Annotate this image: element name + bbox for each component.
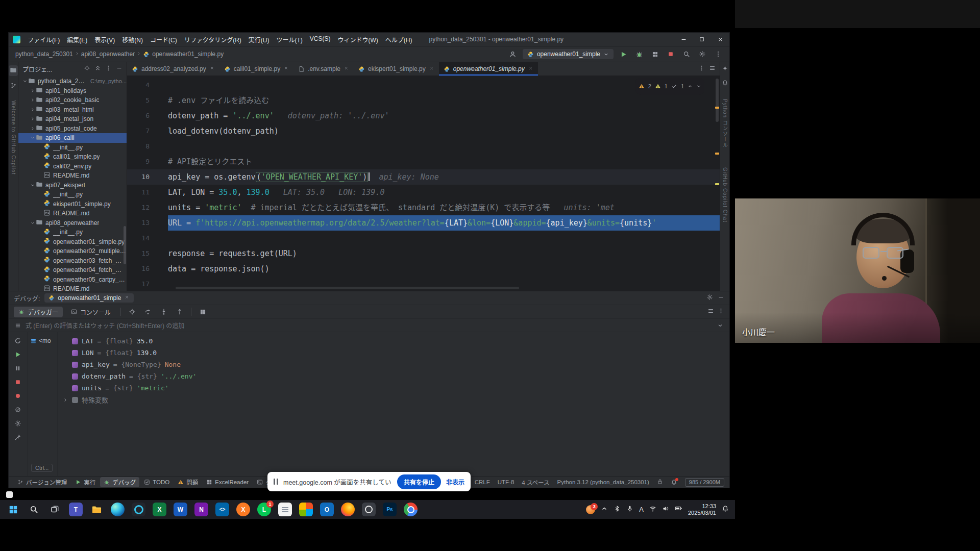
- taskbar-edge-icon[interactable]: [111, 503, 125, 516]
- tree-item[interactable]: README.md: [18, 171, 127, 181]
- taskbar-clock[interactable]: 12:332025/03/01: [688, 503, 716, 516]
- code-line-content[interactable]: response = requests.get(URL): [168, 246, 720, 261]
- inspections-widget[interactable]: 211: [635, 78, 704, 95]
- close-sm-icon[interactable]: [528, 65, 533, 71]
- editor-vscrollbar[interactable]: [716, 79, 719, 122]
- tab-close-icon[interactable]: [429, 65, 434, 72]
- variable-row[interactable]: units = {str} 'metric': [62, 382, 729, 394]
- tree-item[interactable]: openweather04_fetch_multi: [18, 265, 127, 275]
- line-number[interactable]: 13: [127, 215, 168, 231]
- code-line-content[interactable]: [168, 139, 720, 154]
- line-number[interactable]: 11: [127, 185, 168, 200]
- variable-row[interactable]: LAT = {float} 35.0: [62, 335, 729, 347]
- gear-icon[interactable]: [706, 294, 713, 300]
- line-number[interactable]: 4: [127, 78, 168, 93]
- taskbar-app-ring-icon[interactable]: [132, 503, 145, 516]
- code-line-content[interactable]: api_key = os.getenv('OPEN_WEATHER_API_KE…: [168, 169, 720, 185]
- taskbar-notifications-button[interactable]: [722, 505, 729, 514]
- taskbar-outlook-icon[interactable]: O: [320, 503, 334, 516]
- more-v-icon[interactable]: [718, 308, 724, 314]
- tree-item[interactable]: __init__.py: [18, 143, 127, 153]
- bluetooth-icon[interactable]: [614, 505, 621, 512]
- wifi-icon[interactable]: [649, 505, 656, 512]
- check-icon[interactable]: [671, 83, 677, 89]
- run-button[interactable]: [617, 48, 629, 60]
- pause-share-icon[interactable]: [274, 479, 278, 485]
- debug-layout-button[interactable]: [197, 306, 209, 318]
- statusbar-item[interactable]: 実行: [71, 477, 99, 487]
- debug-more-button[interactable]: [718, 308, 724, 316]
- taskbar-start-icon[interactable]: [6, 503, 20, 516]
- line-number[interactable]: 12: [127, 200, 168, 215]
- bug-icon[interactable]: [635, 51, 643, 58]
- chevron-down-icon[interactable]: [696, 84, 701, 89]
- debug-locate-button[interactable]: [126, 306, 138, 318]
- line-number[interactable]: 5: [127, 93, 168, 108]
- code-line-content[interactable]: URL = f'https://api.openweathermap.org/d…: [168, 215, 720, 231]
- line-number[interactable]: 6: [127, 108, 168, 123]
- right-stripe-label[interactable]: Python コンソール: [721, 99, 729, 148]
- tree-item[interactable]: api08_openweather: [18, 218, 127, 228]
- tree-item[interactable]: openweather02_multiple.py: [18, 246, 127, 256]
- file-encoding[interactable]: UTF-8: [498, 479, 514, 485]
- locate-icon[interactable]: [84, 65, 90, 71]
- line-number[interactable]: 16: [127, 261, 168, 277]
- locate-icon[interactable]: [129, 308, 136, 315]
- breadcrumb-item[interactable]: api08_openweather: [80, 49, 136, 59]
- debugger-pause-button[interactable]: [14, 365, 21, 373]
- statusbar-item[interactable]: デバッグ: [100, 477, 139, 487]
- indent-setting[interactable]: 4 スペース: [522, 478, 549, 486]
- taskbar-firefox-icon[interactable]: [341, 503, 355, 516]
- rerun-icon[interactable]: [14, 337, 21, 344]
- bell-w-icon[interactable]: [722, 505, 729, 512]
- debug-button[interactable]: [633, 48, 645, 60]
- hamburger-icon[interactable]: [15, 322, 21, 329]
- tray-expand-button[interactable]: [601, 505, 608, 514]
- tree-item[interactable]: api04_metal_json: [18, 114, 127, 124]
- line-separator[interactable]: CRLF: [475, 479, 490, 485]
- taskbar-chrome-icon[interactable]: [404, 503, 418, 516]
- right-stripe-label[interactable]: GitHub Copilot Chat: [722, 167, 728, 222]
- tree-chevron-icon[interactable]: [29, 220, 36, 226]
- warn-orange-icon[interactable]: [639, 83, 645, 89]
- debug-view-tab[interactable]: コンソール: [66, 307, 115, 317]
- notifications-tool-button[interactable]: [722, 80, 728, 88]
- debug-step-over-button[interactable]: [142, 306, 154, 318]
- code-line[interactable]: 11LAT, LON = 35.0, 139.0 LAT: 35.0 LON: …: [127, 185, 720, 200]
- stop-button[interactable]: [665, 48, 677, 60]
- taskbar-task-view-icon[interactable]: [48, 503, 62, 516]
- gear-icon[interactable]: [14, 420, 21, 427]
- min-icon[interactable]: [680, 36, 687, 43]
- tree-item[interactable]: api05_postal_code: [18, 124, 127, 134]
- code-line[interactable]: 16data = response.json(): [127, 261, 720, 277]
- battery-icon[interactable]: [675, 505, 682, 514]
- person-icon[interactable]: [509, 51, 517, 58]
- pause-icon[interactable]: [14, 365, 21, 372]
- hamburger-icon[interactable]: [709, 65, 716, 71]
- grid-icon[interactable]: [200, 309, 206, 315]
- code-editor[interactable]: 211 45# .env ファイルを読み込む6dotenv_path = '..…: [127, 76, 720, 291]
- statusbar-item[interactable]: バージョン管理: [14, 477, 70, 487]
- tree-item[interactable]: ekispert01_simple.py: [18, 199, 127, 209]
- weak-warning-stripe-mark[interactable]: [715, 183, 719, 185]
- code-line[interactable]: 15response = requests.get(URL): [127, 246, 720, 261]
- code-line[interactable]: 12units = 'metric' # imperial だとたとえば気温を華…: [127, 200, 720, 215]
- code-line[interactable]: 10api_key = os.getenv('OPEN_WEATHER_API_…: [127, 169, 720, 185]
- debug-view-tab[interactable]: デバッガー: [14, 307, 63, 317]
- debug-session-tab[interactable]: openweather01_simple: [44, 293, 134, 303]
- grid-icon[interactable]: [652, 51, 658, 58]
- stop-icon[interactable]: [667, 51, 674, 58]
- tree-item[interactable]: openweather03_fetch_multi: [18, 256, 127, 266]
- code-line-content[interactable]: load_dotenv(dotenv_path): [168, 123, 720, 139]
- tree-chevron-icon[interactable]: [29, 116, 36, 121]
- warning-stripe-mark[interactable]: [715, 107, 719, 109]
- taskbar-word-icon[interactable]: W: [174, 503, 187, 516]
- tree-item[interactable]: api06_calil: [18, 133, 127, 143]
- statusbar-item[interactable]: TODO: [140, 478, 173, 486]
- gear-icon[interactable]: [699, 51, 706, 58]
- session-close-icon[interactable]: [124, 294, 130, 302]
- line-number[interactable]: 10: [127, 169, 168, 185]
- menubar-item[interactable]: 編集(E): [63, 34, 91, 45]
- close-sm-icon[interactable]: [429, 65, 434, 71]
- menubar-item[interactable]: ツール(T): [273, 34, 306, 45]
